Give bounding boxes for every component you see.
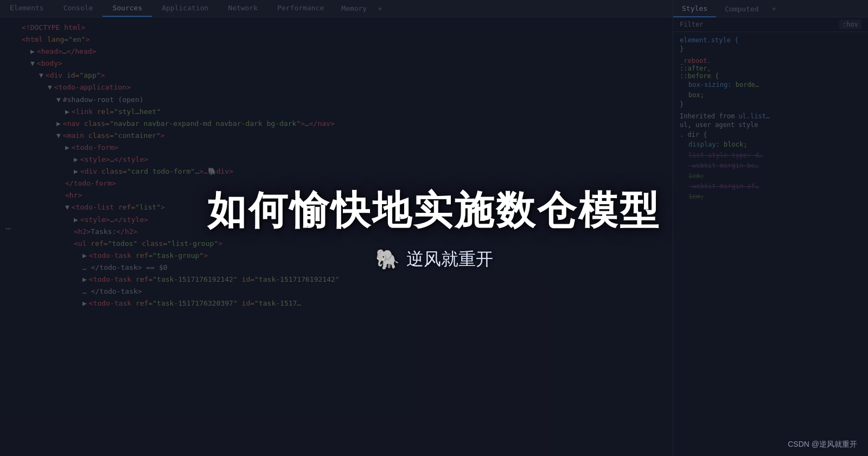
- elephant-icon: 🐘: [375, 248, 400, 271]
- watermark: CSDN @逆风就重开: [788, 440, 857, 449]
- overlay-subtitle: 🐘 逆风就重开: [375, 248, 493, 271]
- overlay-title: 如何愉快地实施数仓模型: [207, 185, 661, 237]
- overlay-subtitle-text: 逆风就重开: [406, 248, 493, 271]
- overlay: 如何愉快地实施数仓模型 🐘 逆风就重开: [0, 0, 868, 456]
